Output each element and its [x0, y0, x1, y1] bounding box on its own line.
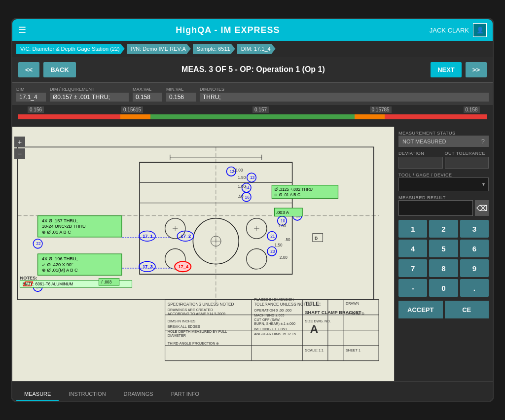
num-0-button[interactable]: 0: [429, 279, 458, 297]
deviation-section: DEVIATION OUT TOLERANCE: [398, 151, 489, 169]
user-info: JACK CLARK 👤: [430, 23, 487, 37]
out-tolerance-input[interactable]: [445, 157, 489, 169]
svg-text:1.50: 1.50: [274, 243, 282, 247]
svg-text:23: 23: [270, 249, 275, 254]
svg-text:.50: .50: [238, 194, 244, 199]
svg-text:A: A: [310, 322, 318, 335]
svg-text:12.00: 12.00: [233, 168, 243, 173]
measured-result-section: MEASURED RESULT ⌫: [398, 195, 489, 216]
tool-section: TOOL / GAGE / DEVICE: [398, 173, 489, 191]
breadcrumb-item-2[interactable]: Sample: 6511: [193, 44, 235, 54]
tol-label-0: 0.156: [28, 106, 44, 113]
num-minus-button[interactable]: -: [398, 279, 427, 297]
num-4-button[interactable]: 4: [398, 240, 427, 257]
svg-text:⊕ Ø .01(M) A B C: ⊕ Ø .01(M) A B C: [42, 268, 78, 273]
drawing-area[interactable]: + −: [12, 127, 394, 381]
tolerance-bar: 0.156 0.15615 0.157 0.15785 0.158: [12, 105, 493, 127]
svg-text:1.50: 1.50: [238, 175, 246, 180]
svg-text:↙ Ø .420 X 90°: ↙ Ø .420 X 90°: [42, 262, 73, 267]
svg-text:17_2: 17_2: [181, 234, 191, 239]
measured-result-input[interactable]: [398, 200, 473, 216]
tab-measure[interactable]: MEASURE: [16, 388, 59, 401]
num-3-button[interactable]: 3: [460, 220, 489, 238]
tab-part-info[interactable]: PART INFO: [163, 388, 207, 401]
tol-label-2: 0.157: [252, 106, 269, 113]
next-next-button[interactable]: >>: [466, 62, 487, 77]
breadcrumb-item-3[interactable]: DIM: 17.1_4: [237, 44, 276, 54]
svg-text:10-24 UNC-2B THRU: 10-24 UNC-2B THRU: [42, 224, 86, 229]
deviation-cell: DEVIATION: [398, 151, 443, 169]
svg-text:SPECIFICATIONS UNLESS NOTED: SPECIFICATIONS UNLESS NOTED: [168, 302, 234, 307]
tab-instruction[interactable]: INSTRUCTION: [61, 388, 113, 401]
svg-text:B: B: [315, 236, 318, 241]
tolerance-gradient: 0.156 0.15615 0.157 0.15785 0.158: [18, 114, 487, 124]
back-button[interactable]: BACK: [43, 62, 76, 77]
bottom-tabs: MEASURE INSTRUCTION DRAWINGS PART INFO: [12, 381, 493, 401]
tol-orange-left: [120, 114, 151, 119]
tol-label-4: 0.158: [464, 106, 480, 113]
dim-cell: DIM 17.1_4: [16, 87, 46, 102]
deviation-input[interactable]: [398, 157, 443, 169]
svg-text:16: 16: [245, 195, 250, 200]
engineering-drawing: 4X Ø .157 THRU; 10-24 UNC-2B THRU ⊕ Ø .0…: [12, 127, 394, 381]
tol-red-left: [18, 114, 120, 119]
clear-button[interactable]: ⌫: [475, 200, 489, 216]
tol-bar-bg: [18, 114, 487, 119]
tol-green: [150, 114, 354, 119]
svg-text:DIMS IN INCHES: DIMS IN INCHES: [168, 319, 196, 323]
num-6-button[interactable]: 6: [460, 240, 489, 257]
svg-text:Ø .3125 +.002 THRU: Ø .3125 +.002 THRU: [274, 187, 313, 192]
svg-text:THIRD ANGLE PROJECTION ⊕: THIRD ANGLE PROJECTION ⊕: [168, 341, 219, 346]
svg-text:⊕ Ø .01 A B C: ⊕ Ø .01 A B C: [274, 193, 300, 197]
minval-value: 0.156: [166, 93, 196, 102]
svg-text:13: 13: [250, 175, 255, 180]
num-9-button[interactable]: 9: [460, 259, 489, 277]
svg-text:DIAMETER: DIAMETER: [168, 333, 186, 338]
next-button[interactable]: NEXT: [431, 62, 462, 77]
accept-button[interactable]: ACCEPT: [398, 301, 443, 318]
zoom-out-button[interactable]: −: [14, 148, 25, 159]
svg-text:/ .003: / .003: [102, 280, 112, 284]
notes-value: THRU;: [200, 93, 489, 102]
menu-icon[interactable]: ☰: [18, 25, 26, 35]
maxval-value: 0.158: [133, 93, 162, 102]
svg-text:4X Ø .157 THRU;: 4X Ø .157 THRU;: [42, 218, 77, 223]
username: JACK CLARK: [430, 27, 469, 34]
help-icon[interactable]: ?: [481, 138, 485, 145]
num-8-button[interactable]: 8: [429, 259, 458, 277]
dim-label: DIM: [16, 87, 46, 92]
svg-text:DRAWN: DRAWN: [346, 301, 359, 306]
svg-text:4X Ø .196 THRU;: 4X Ø .196 THRU;: [42, 256, 77, 261]
num-7-button[interactable]: 7: [398, 259, 427, 277]
header: ☰ HighQA - IM EXPRESS JACK CLARK 👤: [12, 19, 493, 41]
svg-text:PLACES IN DIMENSION: PLACES IN DIMENSION: [254, 297, 294, 302]
tool-select[interactable]: [398, 177, 489, 191]
num-5-button[interactable]: 5: [429, 240, 458, 257]
num-dot-button[interactable]: .: [460, 279, 489, 297]
svg-text:BREAK ALL EDGES: BREAK ALL EDGES: [168, 324, 200, 329]
ce-button[interactable]: CE: [445, 301, 489, 318]
status-value: NOT MEASURED: [402, 139, 446, 144]
svg-text:21: 21: [270, 234, 275, 239]
app-title: HighQA - IM EXPRESS: [176, 25, 280, 35]
tab-drawings[interactable]: DRAWINGS: [116, 388, 161, 401]
numpad: 1 2 3 4 5 6 7 8 9 - 0 .: [398, 220, 489, 297]
svg-text:OPERATION    0    .00    .000: OPERATION 0 .00 .000: [254, 308, 291, 313]
meas-status-section: MEASUREMENT STATUS NOT MEASURED ?: [398, 131, 489, 147]
num-2-button[interactable]: 2: [429, 220, 458, 238]
breadcrumb-item-1[interactable]: P/N: Demo IME REV:A: [127, 44, 191, 54]
prev-prev-button[interactable]: <<: [18, 62, 39, 77]
num-1-button[interactable]: 1: [398, 220, 427, 238]
dim-bar: DIM 17.1_4 DIM / REQUIREMENT Ø0.157 ± .0…: [12, 82, 493, 105]
svg-text:WELDING  ±.1  ±.060: WELDING ±.1 ±.060: [254, 327, 287, 331]
req-cell: DIM / REQUIREMENT Ø0.157 ± .001 THRU;: [50, 87, 129, 102]
zoom-in-button[interactable]: +: [14, 137, 25, 147]
req-value: Ø0.157 ± .001 THRU;: [50, 93, 129, 102]
navigation-bar: << BACK MEAS. 3 OF 5 - OP: Operation 1 (…: [12, 57, 493, 82]
svg-text:DESIGNED: DESIGNED: [346, 312, 364, 316]
breadcrumb-item-0[interactable]: V/C: Diameter & Depth Gage Station (22): [16, 44, 125, 54]
maxval-cell: MAX.VAL 0.158: [133, 87, 162, 102]
result-row: ⌫: [398, 200, 489, 216]
svg-text:10: 10: [281, 219, 286, 223]
tol-label-1: 0.15615: [121, 106, 143, 113]
